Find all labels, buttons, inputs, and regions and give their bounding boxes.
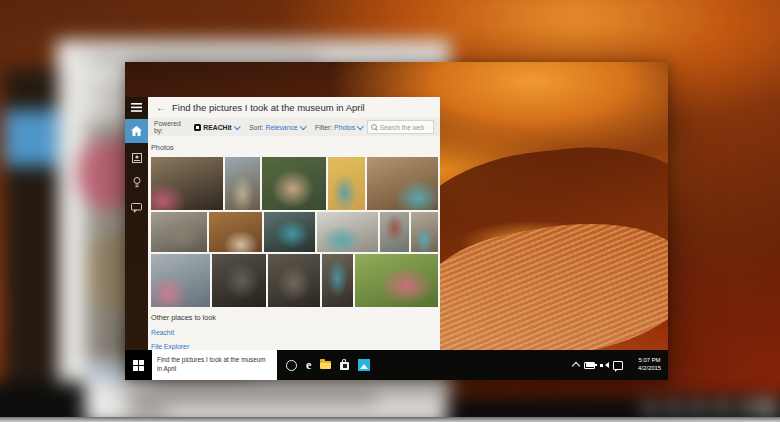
photo-thumbnail[interactable] [151, 254, 210, 307]
photo-thumbnail[interactable] [355, 254, 438, 307]
menu-icon[interactable] [125, 100, 148, 114]
background-clock [757, 400, 777, 417]
battery-icon[interactable] [584, 362, 595, 369]
results-content: Photos Other places to look Reachit File… [148, 136, 440, 350]
file-explorer-icon[interactable] [320, 361, 331, 369]
sort-value: Relevance [265, 124, 297, 131]
provider-name: REACHit [203, 124, 231, 131]
photo-thumbnail[interactable] [151, 212, 207, 252]
volume-icon[interactable] [600, 361, 608, 369]
photo-row [151, 157, 438, 210]
chevron-down-icon [234, 123, 240, 129]
photo-thumbnail[interactable] [209, 212, 263, 252]
reminders-icon[interactable] [125, 175, 148, 190]
photos-section-label: Photos [151, 143, 440, 152]
sort-dropdown[interactable]: Sort: Relevance [249, 124, 306, 131]
photo-thumbnail[interactable] [151, 157, 223, 210]
photo-thumbnail[interactable] [212, 254, 266, 307]
cortana-window: ← Find the pictures I took at the museum… [125, 97, 440, 350]
taskbar: Find the pictures I took at the museum i… [125, 350, 668, 380]
photo-thumbnail[interactable] [262, 157, 326, 210]
chevron-down-icon [300, 123, 306, 129]
provider-dropdown[interactable]: REACHit [194, 124, 240, 131]
photo-thumbnail[interactable] [411, 212, 438, 252]
system-tray [573, 360, 623, 370]
background-search-box [85, 382, 447, 422]
taskbar-clock[interactable]: 5:07 PM 4/2/2015 [638, 357, 661, 372]
photo-grid [151, 157, 438, 307]
photo-thumbnail[interactable] [268, 254, 320, 307]
action-center-icon[interactable] [613, 361, 623, 370]
search-query-title: Find the pictures I took at the museum i… [172, 102, 365, 113]
powered-by-label: Powered by: [154, 120, 191, 134]
results-toolbar: Powered by: REACHit Sort: Relevance Filt… [148, 118, 440, 136]
web-search-placeholder: Search the web [380, 124, 424, 131]
windows-logo-icon [133, 360, 144, 371]
cortana-icon[interactable] [286, 360, 297, 371]
photo-thumbnail[interactable] [322, 254, 353, 307]
taskbar-search-text: Find the pictures I took at the museum i… [157, 356, 272, 373]
photo-row [151, 212, 438, 252]
clock-date: 4/2/2015 [638, 365, 661, 373]
filter-label: Filter: [315, 124, 332, 131]
desktop-screenshot: ← Find the pictures I took at the museum… [0, 0, 780, 422]
web-search-input[interactable]: Search the web [367, 120, 434, 134]
chevron-down-icon [357, 123, 363, 129]
store-icon[interactable] [340, 362, 349, 370]
photos-app-icon[interactable] [358, 359, 370, 371]
photo-thumbnail[interactable] [380, 212, 409, 252]
cortana-panel: ← Find the pictures I took at the museum… [148, 97, 440, 350]
photo-thumbnail[interactable] [225, 157, 260, 210]
bottom-edge-strip [0, 417, 780, 422]
notebook-icon[interactable] [125, 150, 148, 165]
feedback-icon[interactable] [125, 200, 148, 215]
query-header: ← Find the pictures I took at the museum… [148, 97, 440, 118]
background-start-button [0, 382, 85, 422]
file-explorer-link[interactable]: File Explorer [151, 343, 440, 350]
filter-dropdown[interactable]: Filter: Photos [315, 124, 364, 131]
sort-label: Sort: [249, 124, 263, 131]
start-button[interactable] [125, 350, 152, 380]
taskbar-apps: e 5:07 PM 4/2/2015 [277, 350, 668, 380]
home-icon[interactable] [125, 119, 148, 143]
background-tray-icons [645, 402, 757, 415]
photo-thumbnail[interactable] [317, 212, 379, 252]
cortana-sidebar [125, 97, 148, 350]
filter-value: Photos [334, 124, 355, 131]
search-icon [371, 124, 377, 130]
screenshot-inset: ← Find the pictures I took at the museum… [125, 62, 668, 380]
clock-time: 5:07 PM [638, 357, 661, 365]
other-places-title: Other places to look [151, 313, 440, 322]
reachit-logo-icon [194, 124, 201, 131]
reachit-link[interactable]: Reachit [151, 329, 440, 336]
background-sidebar-active [4, 110, 58, 166]
back-icon[interactable]: ← [156, 102, 166, 113]
hidden-icons-chevron[interactable] [572, 362, 580, 370]
photo-thumbnail[interactable] [328, 157, 365, 210]
photo-thumbnail[interactable] [367, 157, 438, 210]
edge-icon[interactable]: e [306, 359, 311, 371]
photo-row [151, 254, 438, 307]
taskbar-search-input[interactable]: Find the pictures I took at the museum i… [152, 350, 277, 380]
photo-thumbnail[interactable] [264, 212, 315, 252]
